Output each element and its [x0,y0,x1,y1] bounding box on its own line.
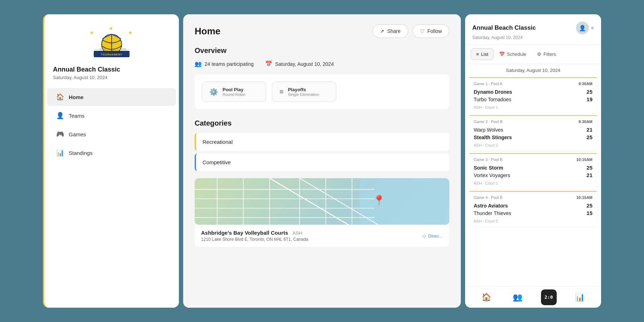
tab-filters[interactable]: ⚙ Filters [532,48,561,60]
svg-text:★: ★ [109,25,113,31]
heart-icon: ♡ [420,28,425,34]
game-time-2: 9:30AM [579,119,592,124]
people-icon: 👥 [195,60,202,67]
svg-text:TOURNAMENT: TOURNAMENT [101,53,122,56]
game-card-4[interactable]: Game 4 · Pool B10:15AMAstro Aviators25Th… [469,191,597,227]
sidebar-item-games-label: Games [69,131,86,137]
filters-icon: ⚙ [537,52,541,57]
tab-bar: ≡ List 📅 Schedule ⚙ Filters [465,45,601,64]
team-row-3-2: Vortex Voyagers21 [474,171,592,179]
team-score-3-1: 25 [586,165,592,171]
category-recreational[interactable]: Recreational [195,133,449,151]
game-label-3: Game 3 · Pool B [474,157,503,162]
share-icon: ↗ [380,28,384,34]
team-name-2-2: Stealth Stingers [474,135,512,140]
right-panel-title-text: Annual Beach Classic [472,24,536,31]
games-icon: 🎮 [56,130,64,138]
format-card-pool-play[interactable]: ⚙️ Pool Play Round Robin [202,82,266,102]
tab-schedule[interactable]: 📅 Schedule [494,48,532,60]
share-button[interactable]: ↗ Share [372,24,408,38]
game-card-2[interactable]: Game 2 · Pool B9:30AMWarp Wolves21Stealt… [469,115,597,151]
venue-map[interactable]: 📍 [195,178,449,225]
tab-list[interactable]: ≡ List [471,48,494,60]
sidebar-item-games[interactable]: 🎮 Games [47,125,176,143]
pool-play-label: Pool Play [223,87,245,92]
categories-section: Categories Recreational Competitive [195,119,449,171]
avatar-menu: 👤 ≡ [576,21,594,34]
right-panel: Annual Beach Classic 👤 ≡ Saturday, Augus… [465,14,601,308]
team-name-1-2: Turbo Tornadoes [474,97,511,102]
teams-count-item: 👥 24 teams participating [195,60,254,67]
bottom-nav-standings[interactable]: 📊 [572,289,588,305]
team-score-2-1: 21 [586,127,592,133]
pool-play-icon: ⚙️ [209,88,218,96]
event-date-item: 📅 Saturday, August 10, 2024 [265,60,334,67]
team-score-1-1: 25 [586,89,592,95]
playoffs-icon: ≡ [279,88,284,96]
teams-icon: 👤 [56,112,64,119]
game-label-2: Game 2 · Pool B [474,119,503,124]
playoffs-label: Playoffs [288,87,319,92]
directions-button[interactable]: ◇ Direc... [423,233,443,239]
list-icon: ≡ [476,52,479,57]
playoffs-sublabel: Single Elimination [288,92,319,97]
home-icon: 🏠 [56,93,64,101]
bottom-nav-home[interactable]: 🏠 [479,289,494,305]
follow-button[interactable]: ♡ Follow [413,24,449,38]
games-date-header: Saturday, August 10, 2024 [465,64,601,75]
calendar-icon: 📅 [265,60,272,67]
map-grid-svg [195,178,449,225]
overview-meta: 👥 24 teams participating 📅 Saturday, Aug… [195,60,449,67]
directions-icon: ◇ [423,233,426,239]
game-card-3[interactable]: Game 3 · Pool B10:15AMSonic Storm25Vorte… [469,153,597,189]
game-time-3: 10:15AM [576,157,592,162]
venue-code: ASH [293,230,302,236]
format-card-playoffs[interactable]: ≡ Playoffs Single Elimination [272,82,336,102]
main-content: Home ↗ Share ♡ Follow Overview 👥 24 team… [183,14,461,308]
nav-menu: 🏠 Home 👤 Teams 🎮 Games 📊 Standings [44,88,179,162]
team-name-3-1: Sonic Storm [474,165,503,171]
team-row-3-1: Sonic Storm25 [474,164,592,171]
format-cards: ⚙️ Pool Play Round Robin ≡ Playoffs Sing… [195,74,449,109]
sidebar-item-home[interactable]: 🏠 Home [47,88,176,106]
bottom-nav-games[interactable]: 2:0 [541,289,557,305]
sidebar-item-standings-label: Standings [69,150,93,156]
user-avatar[interactable]: 👤 [576,21,589,34]
tournament-date-left: Saturday, August 10, 2024 [44,75,179,87]
page-header: Home ↗ Share ♡ Follow [195,24,449,38]
menu-icon[interactable]: ≡ [591,25,594,31]
team-name-4-2: Thunder Thieves [474,210,511,216]
page-title: Home [195,26,220,37]
team-name-2-1: Warp Wolves [474,127,503,133]
svg-text:★: ★ [89,30,94,35]
left-panel: ★ ★ ★ TOURNAMENT ESTD 1990 Annual Be [43,14,179,308]
sidebar-item-standings[interactable]: 📊 Standings [47,144,176,162]
venue-name: Ashbridge's Bay Volleyball Courts [201,230,288,236]
sidebar-item-home-label: Home [69,94,84,100]
team-row-4-1: Astro Aviators25 [474,202,592,209]
team-score-3-2: 21 [586,172,592,178]
game-label-1: Game 1 · Pool A [474,82,502,86]
venue-info: Ashbridge's Bay Volleyball Courts ASH 12… [195,225,449,247]
schedule-icon: 📅 [499,52,505,57]
bottom-nav-teams[interactable]: 👥 [510,289,526,305]
game-time-1: 9:30AM [579,82,592,86]
sidebar-item-teams[interactable]: 👤 Teams [47,107,176,125]
game-venue-2: ASH · Court 2 [474,143,592,147]
header-actions: ↗ Share ♡ Follow [372,24,449,38]
game-card-1[interactable]: Game 1 · Pool A9:30AMDynamo Drones25Turb… [469,77,597,113]
category-competitive[interactable]: Competitive [195,153,449,171]
games-list: Game 1 · Pool A9:30AMDynamo Drones25Turb… [465,75,601,308]
team-row-2-1: Warp Wolves21 [474,126,592,133]
standings-icon: 📊 [56,149,64,157]
game-venue-1: ASH · Court 1 [474,105,592,109]
team-row-2-2: Stealth Stingers25 [474,133,592,141]
map-pin: 📍 [373,195,385,206]
team-name-4-1: Astro Aviators [474,203,508,209]
tournament-logo: ★ ★ ★ TOURNAMENT ESTD 1990 [83,24,140,60]
team-name-3-2: Vortex Voyagers [474,172,510,178]
categories-title: Categories [195,119,449,127]
team-score-1-2: 19 [586,96,592,102]
game-time-4: 10:15AM [576,195,592,200]
svg-text:★: ★ [128,30,133,35]
